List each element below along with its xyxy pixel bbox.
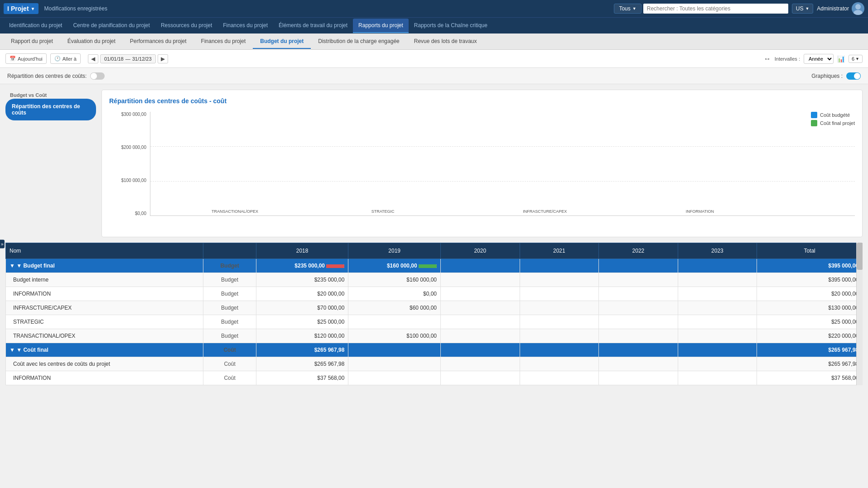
col-header-2019: 2019 xyxy=(348,243,441,259)
svg-point-1 xyxy=(854,10,863,15)
app-logo[interactable]: I Projet ▼ xyxy=(4,3,39,14)
row-2023 xyxy=(678,273,757,287)
row-2023 xyxy=(678,343,757,357)
nav-tab-finances[interactable]: Finances du projet xyxy=(217,19,273,33)
chart-plot: TRANSACTIONAL/OPEX STRATEGIC INFRASCTURE… xyxy=(150,112,855,216)
interval-select[interactable]: Année xyxy=(804,54,834,64)
row-2018: $265 967,98 xyxy=(256,357,348,371)
save-status: Modifications enregistrées xyxy=(44,5,107,12)
toolbar: 📅 Aujourd'hui 🕐 Aller à ◀ 01/01/18 — 31/… xyxy=(0,50,868,68)
intervals-icon: ↔ xyxy=(764,55,771,63)
row-2019: $160 000,00 xyxy=(348,259,441,273)
row-name: INFORMATION xyxy=(6,371,203,385)
nav-tab-reports[interactable]: Rapports du projet xyxy=(353,19,409,33)
row-2021 xyxy=(520,343,599,357)
main-nav: Identification du projet Centre de plani… xyxy=(0,17,868,33)
progress-fill xyxy=(326,264,344,268)
app-title: Projet xyxy=(11,5,29,12)
row-2021 xyxy=(520,273,599,287)
row-2018: $70 000,00 xyxy=(256,301,348,315)
subtab-budget[interactable]: Budget du projet xyxy=(253,34,311,49)
nav-tab-identification[interactable]: Identification du projet xyxy=(4,19,68,33)
goto-button[interactable]: 🕐 Aller à xyxy=(50,53,81,64)
subtab-work-lots[interactable]: Revue des lots de travaux xyxy=(407,34,484,49)
table-row: INFORMATION Coût $37 568,00 $37 568,00 xyxy=(6,371,863,385)
filter-group: Tous ▼ xyxy=(614,4,788,14)
nav-tab-resources[interactable]: Ressources du projet xyxy=(155,19,217,33)
row-total: $265 967,98 xyxy=(757,343,863,357)
left-collapse-handle[interactable]: » xyxy=(0,240,5,249)
row-2019: $160 000,00 xyxy=(348,273,441,287)
row-2022 xyxy=(599,287,678,301)
row-2018: $265 967,98 xyxy=(256,343,348,357)
row-name: INFRASCTURE/CAPEX xyxy=(6,301,203,315)
row-2023 xyxy=(678,357,757,371)
subtab-report[interactable]: Rapport du projet xyxy=(4,34,60,49)
search-input[interactable] xyxy=(643,4,788,14)
row-2020 xyxy=(441,343,520,357)
x-label-transactional: TRANSACTIONAL/OPEX xyxy=(186,209,285,214)
filter-dropdown[interactable]: Tous ▼ xyxy=(614,4,641,14)
row-type: Coût xyxy=(203,371,256,385)
main-content: Budget vs Coût Répartition des centres d… xyxy=(0,84,868,243)
graphs-toggle[interactable] xyxy=(846,72,861,80)
chevron-down-icon: ▼ xyxy=(805,6,809,11)
nav-tab-critical-chain[interactable]: Rapports de la Chaîne critique xyxy=(409,19,493,33)
subtab-distribution[interactable]: Distribution de la charge engagée xyxy=(311,34,406,49)
row-2023 xyxy=(678,287,757,301)
date-separator: — xyxy=(125,56,130,62)
subtab-performance[interactable]: Performances du projet xyxy=(123,34,194,49)
collapse-icon[interactable]: ▼ xyxy=(10,263,15,269)
date-prev-button[interactable]: ◀ xyxy=(88,54,98,63)
nav-tab-planning[interactable]: Centre de planification du projet xyxy=(68,19,155,33)
toggle-knob xyxy=(91,73,97,79)
subtab-finances[interactable]: Finances du projet xyxy=(194,34,253,49)
row-2021 xyxy=(520,287,599,301)
table-row: ▼ ▼ Budget final Budget $235 000,00 $160… xyxy=(6,259,863,273)
clock-icon: 🕐 xyxy=(54,56,61,62)
sub-nav: Rapport du projet Évaluation du projet P… xyxy=(0,33,868,50)
chart-area: Répartition des centres de coûts - coût … xyxy=(101,90,863,237)
collapse-icon[interactable]: ▼ xyxy=(10,347,15,353)
row-2020 xyxy=(441,301,520,315)
table-scrollbar[interactable] xyxy=(856,243,863,385)
row-2023 xyxy=(678,315,757,329)
row-2021 xyxy=(520,315,599,329)
sidebar-item-cost-centers[interactable]: Répartition des centres de coûts xyxy=(5,99,96,120)
number-select[interactable]: 6 ▼ xyxy=(849,55,863,63)
date-next-button[interactable]: ▶ xyxy=(158,54,168,63)
nav-tab-work-items[interactable]: Éléments de travail du projet xyxy=(273,19,353,33)
row-2018: $120 000,00 xyxy=(256,329,348,343)
scrollbar-thumb[interactable] xyxy=(857,243,863,270)
table-row: TRANSACTIONAL/OPEX Budget $120 000,00 $1… xyxy=(6,329,863,343)
row-type: Budget xyxy=(203,287,256,301)
x-label-strategic: STRATEGIC xyxy=(341,209,425,214)
subtab-evaluation[interactable]: Évaluation du projet xyxy=(60,34,123,49)
svg-point-0 xyxy=(855,4,861,10)
cost-center-toggle[interactable] xyxy=(90,72,105,80)
progress-bar xyxy=(419,264,437,268)
today-button[interactable]: 📅 Aujourd'hui xyxy=(5,53,47,64)
row-2018: $20 000,00 xyxy=(256,287,348,301)
today-label: Aujourd'hui xyxy=(18,56,43,62)
row-2022 xyxy=(599,301,678,315)
user-menu[interactable]: Administrator xyxy=(817,2,864,15)
region-dropdown[interactable]: US ▼ xyxy=(792,4,814,14)
row-name: ▼ ▼ Coût final xyxy=(6,343,203,357)
row-2020 xyxy=(441,371,520,385)
table-row: STRATEGIC Budget $25 000,00 $25 000,00 xyxy=(6,315,863,329)
row-2021 xyxy=(520,371,599,385)
row-total: $265 967,98 xyxy=(757,357,863,371)
row-2018: $235 000,00 xyxy=(256,273,348,287)
row-2023 xyxy=(678,329,757,343)
row-2022 xyxy=(599,259,678,273)
row-2019: $60 000,00 xyxy=(348,301,441,315)
intervals-label: Intervalles : xyxy=(775,56,800,62)
row-2020 xyxy=(441,259,520,273)
x-label-information: INFORMATION xyxy=(658,209,743,214)
date-from: 01/01/18 xyxy=(104,56,124,62)
toggle-knob xyxy=(854,73,860,79)
row-2022 xyxy=(599,371,678,385)
row-type: Budget xyxy=(203,273,256,287)
row-total: $20 000,00 xyxy=(757,287,863,301)
